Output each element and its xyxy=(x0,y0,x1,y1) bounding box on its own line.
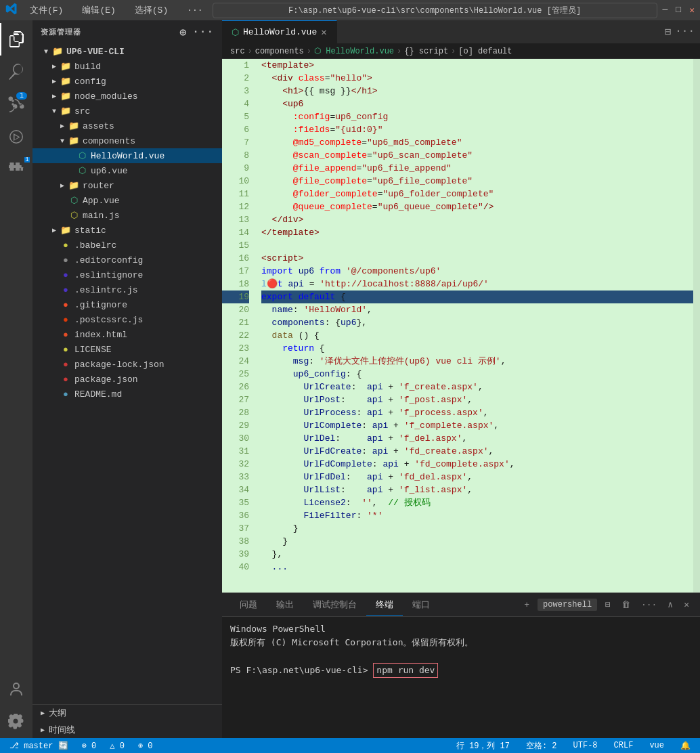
tree-item-postcss[interactable]: ● .postcssrc.js xyxy=(32,312,222,327)
powershell-label[interactable]: powershell xyxy=(538,599,597,611)
app-vue-label: App.vue xyxy=(83,196,222,206)
status-branch[interactable]: ⎇ master 🔄 xyxy=(5,741,72,751)
terminal-expand-icon[interactable]: ∧ xyxy=(665,598,676,611)
node-modules-label: node_modules xyxy=(74,91,222,102)
tree-item-static[interactable]: ▶ 📁 static xyxy=(32,223,222,238)
more-actions-icon[interactable]: ··· xyxy=(675,25,695,39)
split-editor-icon[interactable]: ⊟ xyxy=(665,25,672,39)
gitignore-label: .gitignore xyxy=(74,300,222,310)
gitignore-icon: ● xyxy=(60,300,72,310)
terminal-more-icon[interactable]: ··· xyxy=(638,599,659,611)
status-bar: ⎇ master 🔄 ⊗ 0 △ 0 ⊕ 0 行 19，列 17 空格: 2 U… xyxy=(0,738,700,753)
activity-extensions[interactable]: 1 xyxy=(0,153,32,186)
bc-file[interactable]: ⬡ HelloWorld.vue xyxy=(314,46,394,56)
static-folder-icon: 📁 xyxy=(60,225,72,236)
status-line-col[interactable]: 行 19，列 17 xyxy=(452,740,514,752)
close-button[interactable]: ✕ xyxy=(689,5,695,16)
terminal-close-icon[interactable]: ✕ xyxy=(681,598,692,611)
editor-area: ⬡ HelloWorld.vue ✕ ⊟ ··· src › component… xyxy=(222,20,700,738)
node-modules-arrow: ▶ xyxy=(49,92,60,100)
static-label: static xyxy=(74,225,222,236)
menu-more[interactable]: ··· xyxy=(183,4,206,17)
terminal-command[interactable]: npm run dev xyxy=(373,663,438,678)
assets-arrow: ▶ xyxy=(57,122,68,130)
activity-search[interactable] xyxy=(0,56,32,88)
tree-item-babelrc[interactable]: ● .babelrc xyxy=(32,238,222,253)
add-terminal-icon[interactable]: + xyxy=(521,599,532,611)
status-eol[interactable]: CRLF xyxy=(610,741,638,750)
menu-select[interactable]: 选择(S) xyxy=(131,3,172,18)
activity-account[interactable] xyxy=(0,673,32,706)
activity-explorer[interactable] xyxy=(0,23,32,56)
minimize-button[interactable]: ─ xyxy=(663,5,668,16)
terminal-tab-problems[interactable]: 问题 xyxy=(230,595,267,615)
menu-file[interactable]: 文件(F) xyxy=(26,3,67,18)
tree-item-main-js[interactable]: ⬡ main.js xyxy=(32,208,222,223)
tab-close-button[interactable]: ✕ xyxy=(321,26,326,38)
status-encoding[interactable]: UTF-8 xyxy=(569,741,602,750)
terminal-tab-terminal[interactable]: 终端 xyxy=(366,595,403,616)
tree-item-gitignore[interactable]: ● .gitignore xyxy=(32,297,222,312)
tree-item-assets[interactable]: ▶ 📁 assets xyxy=(32,119,222,133)
tree-item-config[interactable]: ▶ 📁 config xyxy=(32,74,222,89)
tree-item-editorconfig[interactable]: ● .editorconfig xyxy=(32,253,222,267)
code-editor[interactable]: 12345 678910 1112131415 1617181920 21222… xyxy=(222,59,700,593)
terminal-content[interactable]: Windows PowerShell 版权所有 (C) Microsoft Co… xyxy=(222,617,700,738)
status-errors[interactable]: ⊗ 0 xyxy=(78,741,101,751)
tree-item-router[interactable]: ▶ 📁 router xyxy=(32,178,222,193)
new-file-icon[interactable]: ⊕ xyxy=(180,26,188,39)
panel-outline[interactable]: ▶ 大纲 xyxy=(32,705,222,722)
status-language[interactable]: vue xyxy=(645,741,668,750)
status-spaces[interactable]: 空格: 2 xyxy=(522,740,561,752)
config-label: config xyxy=(74,77,222,87)
tree-item-node-modules[interactable]: ▶ 📁 node_modules xyxy=(32,89,222,104)
more-options-icon[interactable]: ··· xyxy=(192,26,214,39)
panel-timeline[interactable]: ▶ 时间线 xyxy=(32,722,222,739)
tree-item-readme[interactable]: ● README.md xyxy=(32,387,222,402)
tree-item-package-json[interactable]: ● package.json xyxy=(32,372,222,387)
tree-item-components[interactable]: ▼ 📁 components xyxy=(32,133,222,148)
activity-source-control[interactable]: 1 xyxy=(0,88,32,121)
kill-terminal-icon[interactable]: 🗑 xyxy=(619,599,633,611)
terminal-tab-ports[interactable]: 端口 xyxy=(403,595,439,615)
titlebar-controls: ─ □ ✕ xyxy=(663,5,695,16)
tree-root[interactable]: ▼ 📁 UP6-VUE-CLI xyxy=(32,44,222,59)
bc-default[interactable]: [o] default xyxy=(458,47,512,56)
split-terminal-icon[interactable]: ⊟ xyxy=(603,598,613,611)
tree-item-package-lock[interactable]: ● package-lock.json xyxy=(32,357,222,372)
activity-run[interactable] xyxy=(0,121,32,153)
outline-label: 大纲 xyxy=(49,707,66,719)
status-warnings[interactable]: △ 0 xyxy=(106,741,129,751)
sidebar-title: 资源管理器 xyxy=(41,27,81,37)
postcss-label: .postcssrc.js xyxy=(74,315,222,325)
terminal-tab-debug-console[interactable]: 调试控制台 xyxy=(303,595,366,615)
tree-item-src[interactable]: ▼ 📁 src xyxy=(32,104,222,119)
terminal-tab-output[interactable]: 输出 xyxy=(267,595,303,615)
root-arrow: ▼ xyxy=(41,48,51,56)
bc-components[interactable]: components xyxy=(255,47,304,56)
tree-item-indexhtml[interactable]: ● index.html xyxy=(32,327,222,342)
bc-script[interactable]: {} script xyxy=(404,47,448,56)
activity-settings[interactable] xyxy=(0,706,32,738)
line-numbers: 12345 678910 1112131415 1617181920 21222… xyxy=(222,59,256,593)
router-arrow: ▶ xyxy=(57,181,68,190)
tree-item-eslintrc[interactable]: ● .eslintrc.js xyxy=(32,282,222,297)
pkg-label: package.json xyxy=(74,374,222,385)
tree-item-app-vue[interactable]: ⬡ App.vue xyxy=(32,193,222,208)
bottom-panels: ▶ 大纲 ▶ 时间线 xyxy=(32,704,222,738)
tree-item-helloworld[interactable]: ⬡ HelloWorld.vue xyxy=(32,148,222,163)
status-info[interactable]: ⊕ 0 xyxy=(134,741,157,751)
code-content[interactable]: <template> <div class="hello"> <h1>{{ ms… xyxy=(256,59,693,593)
bc-src[interactable]: src xyxy=(230,47,245,56)
up6-vue-icon: ⬡ xyxy=(76,165,88,176)
tree-item-up6-vue[interactable]: ⬡ up6.vue xyxy=(32,163,222,178)
tab-helloworld[interactable]: ⬡ HelloWorld.vue ✕ xyxy=(222,20,337,44)
breadcrumb: src › components › ⬡ HelloWorld.vue › {}… xyxy=(222,44,700,59)
maximize-button[interactable]: □ xyxy=(676,5,681,16)
indexhtml-label: index.html xyxy=(74,330,222,340)
status-feedback-icon[interactable]: 🔔 xyxy=(676,741,695,751)
tree-item-license[interactable]: ● LICENSE xyxy=(32,342,222,357)
menu-edit[interactable]: 编辑(E) xyxy=(78,3,119,18)
tree-item-eslintignore[interactable]: ● .eslintignore xyxy=(32,267,222,282)
tree-item-build[interactable]: ▶ 📁 build xyxy=(32,59,222,74)
